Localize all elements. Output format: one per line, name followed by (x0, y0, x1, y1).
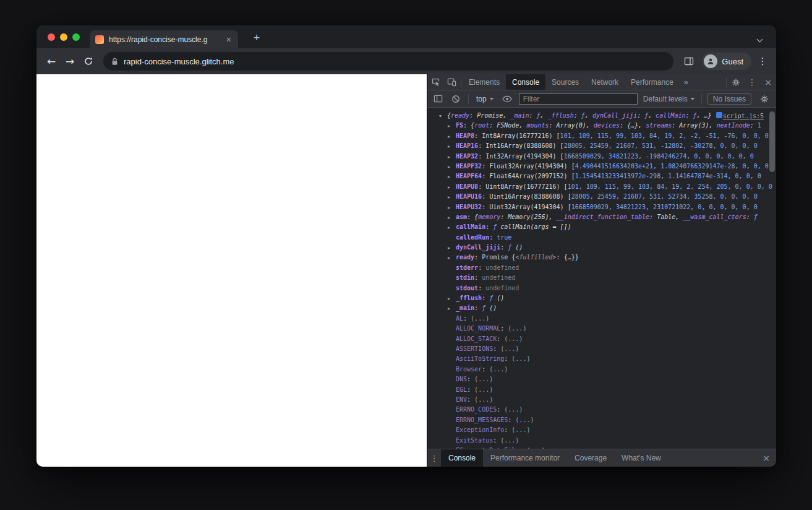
object-badge-icon[interactable] (716, 112, 722, 118)
more-tabs-icon[interactable]: » (680, 77, 693, 87)
drawer-tab-whats-new[interactable]: What's New (614, 449, 669, 467)
tab-close-icon[interactable]: × (225, 35, 233, 44)
console-token: (...) (515, 417, 534, 423)
gear-icon (760, 95, 769, 103)
console-token: : (482, 173, 489, 179)
expand-arrow-icon[interactable]: ▸ (448, 243, 450, 253)
console-token: ExceptionInfo (456, 426, 504, 433)
console-token: (...) (489, 366, 508, 373)
console-row: ▸HEAP8: Int8Array(16777216) [101, 109, 1… (427, 131, 776, 141)
console-token: ALLOC_NORMAL (456, 325, 500, 332)
expand-arrow-icon[interactable]: ▸ (448, 172, 450, 181)
devtools-tab-sources[interactable]: Sources (545, 74, 585, 90)
expand-arrow-icon[interactable]: ▸ (448, 142, 450, 151)
side-panel-button[interactable] (680, 48, 698, 74)
console-token: : (485, 223, 493, 230)
console-messages[interactable]: ▾{ready: Promise, _main: ƒ, _fflush: ƒ, … (427, 108, 776, 449)
console-token: : (637, 112, 644, 119)
tab-list-chevron-icon[interactable] (758, 33, 766, 40)
expand-arrow-icon[interactable]: ▸ (448, 304, 450, 313)
browser-tab[interactable]: https://rapid-concise-muscle.g × (90, 30, 238, 48)
window-controls (48, 33, 80, 41)
close-window-button[interactable] (48, 33, 55, 41)
expand-arrow-icon[interactable]: ▸ (448, 132, 450, 141)
devtools-panel: Elements Console Sources Network Perform… (427, 74, 776, 467)
new-tab-button[interactable]: + (250, 31, 263, 45)
devtools-close-button[interactable]: × (760, 74, 776, 90)
back-button[interactable]: ← (43, 53, 60, 70)
devtools-tab-network[interactable]: Network (585, 74, 625, 90)
drawer-tab-console[interactable]: Console (441, 449, 483, 467)
console-token: _main (510, 112, 529, 119)
device-toolbar-button[interactable] (443, 74, 459, 90)
expand-arrow-icon[interactable]: ▸ (448, 152, 450, 162)
inspect-element-button[interactable] (427, 74, 443, 90)
expand-arrow-icon[interactable]: ▸ (448, 253, 450, 262)
console-token: <fulfilled> (515, 254, 556, 261)
page-content (36, 74, 427, 467)
reload-button[interactable] (80, 53, 97, 70)
guest-label: Guest (722, 57, 743, 66)
console-token: root (474, 122, 489, 129)
maximize-window-button[interactable] (72, 33, 80, 41)
drawer-close-button[interactable]: × (756, 453, 776, 463)
context-selector[interactable]: top (474, 95, 495, 103)
browser-menu-button[interactable]: ⋮ (755, 56, 770, 67)
filter-input[interactable] (519, 93, 638, 105)
devtools-menu-button[interactable]: ⋮ (744, 74, 760, 90)
console-row: stdout: undefined (427, 283, 776, 293)
issues-badge[interactable]: No Issues (707, 93, 751, 105)
devtools-tab-elements[interactable]: Elements (463, 74, 506, 90)
expand-arrow-icon[interactable]: ▸ (448, 203, 450, 212)
live-expression-button[interactable] (500, 90, 515, 107)
minimize-window-button[interactable] (60, 33, 67, 41)
console-token: : (649, 214, 657, 220)
drawer-tab-coverage[interactable]: Coverage (567, 449, 614, 467)
devtools-tab-performance[interactable]: Performance (625, 74, 680, 90)
console-token: ƒ (489, 295, 497, 301)
clear-console-button[interactable] (449, 90, 463, 107)
console-token: () (497, 295, 504, 301)
expand-arrow-icon[interactable]: ▸ (448, 213, 450, 222)
console-row: ▸ready: Promise {<fulfilled>: {…}} (427, 253, 776, 262)
console-token: AsciiToString (456, 355, 504, 362)
console-token: () (489, 305, 497, 311)
expand-arrow-icon[interactable]: ▸ (448, 162, 450, 171)
log-levels-dropdown[interactable]: Default levels (642, 95, 696, 103)
console-row: stderr: undefined (427, 263, 776, 273)
drawer-menu-button[interactable]: ⋮ (427, 454, 441, 463)
console-token: : (467, 386, 474, 393)
console-token: FS_createDataFile (456, 447, 519, 449)
profile-chip[interactable]: Guest (702, 53, 751, 70)
console-token: (...) (504, 406, 523, 413)
console-token: 1668509029, 34821223, -1984246274, 0, 0,… (564, 153, 754, 160)
expand-arrow-icon[interactable]: ▾ (439, 111, 442, 121)
expand-arrow-icon[interactable]: ▸ (448, 223, 450, 232)
address-bar[interactable]: rapid-concise-muscle.glitch.me (103, 52, 673, 71)
console-settings-button[interactable] (756, 95, 772, 103)
devtools-tab-console[interactable]: Console (506, 74, 545, 90)
expand-arrow-icon[interactable]: ▸ (448, 294, 450, 303)
device-toolbar-icon (447, 77, 456, 87)
console-token: (...) (526, 447, 545, 449)
drawer-tab-performance-monitor[interactable]: Performance monitor (483, 449, 567, 467)
console-row: EGL: (...) (427, 385, 776, 395)
console-sidebar-button[interactable] (431, 90, 445, 107)
console-token: : (519, 447, 526, 449)
console-token: , (648, 112, 656, 119)
expand-arrow-icon[interactable]: ▸ (448, 192, 450, 202)
expand-arrow-icon[interactable]: ▸ (448, 121, 450, 131)
console-token: 4.490441516634203e+21, 1.08240766329147e… (575, 163, 769, 170)
console-token: HEAPU16 (456, 193, 482, 200)
console-token: : (482, 163, 489, 170)
tab-title: https://rapid-concise-muscle.g (109, 35, 220, 44)
console-row: ▸HEAPU8: Uint8Array(16777216) [101, 109,… (427, 182, 776, 192)
expand-arrow-icon[interactable]: ▸ (448, 183, 450, 192)
console-sidebar-icon (434, 94, 443, 103)
forward-button[interactable]: → (61, 53, 79, 70)
console-row: FS_createDataFile: (...) (427, 446, 776, 449)
console-token: (...) (508, 325, 526, 332)
devtools-settings-button[interactable] (728, 74, 744, 90)
source-link[interactable]: script.js:5 (723, 111, 764, 121)
console-token: DNS (456, 376, 467, 382)
